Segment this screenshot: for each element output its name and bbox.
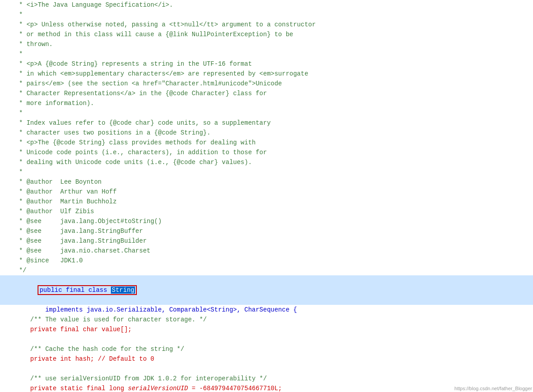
code-line-30: implements java.io.Serializable, Compara… bbox=[0, 305, 533, 315]
line-content-19: * @author Lee Boynton bbox=[13, 177, 102, 187]
code-line-38: private static final long serialVersionU… bbox=[0, 384, 533, 392]
line-num-7 bbox=[0, 59, 13, 69]
line-content-26: * @see java.nio.charset.Charset bbox=[13, 246, 150, 256]
line-num-24 bbox=[0, 226, 13, 236]
line-content-8: * in which <em>supplementary characters<… bbox=[13, 69, 308, 79]
line-content-23: * @see java.lang.Object#toString() bbox=[13, 216, 162, 226]
line-num-5 bbox=[0, 39, 13, 49]
code-line-7: * <p>A {@code String} represents a strin… bbox=[0, 59, 533, 69]
line-content-27: * @since JDK1.0 bbox=[13, 256, 83, 266]
code-line-14: * character uses two positions in a {@co… bbox=[0, 128, 533, 138]
line-content-29: public final class String bbox=[13, 275, 137, 305]
code-line-5: * thrown. bbox=[0, 39, 533, 49]
line-content-6: * bbox=[13, 49, 23, 59]
line-num-37 bbox=[0, 374, 13, 384]
line-num-22 bbox=[0, 207, 13, 216]
line-num-32 bbox=[0, 325, 13, 334]
line-num-12 bbox=[0, 108, 13, 118]
line-num-26 bbox=[0, 246, 13, 256]
line-content-35: private int hash; // Default to 0 bbox=[13, 354, 154, 364]
line-num-31 bbox=[0, 315, 13, 325]
code-line-3: * <p> Unless otherwise noted, passing a … bbox=[0, 20, 533, 30]
code-editor: * <i>The Java Language Specification</i>… bbox=[0, 0, 533, 392]
code-line-27: * @since JDK1.0 bbox=[0, 256, 533, 266]
line-content-31: /** The value is used for character stor… bbox=[13, 315, 207, 325]
line-content-38: private static final long serialVersionU… bbox=[13, 384, 282, 392]
line-num-38 bbox=[0, 384, 13, 392]
watermark: https://blog.csdn.net/father_Blogger bbox=[454, 386, 532, 391]
line-content-24: * @see java.lang.StringBuffer bbox=[13, 226, 143, 236]
line-content-7: * <p>A {@code String} represents a strin… bbox=[13, 59, 252, 69]
code-line-12: * bbox=[0, 108, 533, 118]
code-line-26: * @see java.nio.charset.Charset bbox=[0, 246, 533, 256]
line-num-17 bbox=[0, 157, 13, 167]
line-content-28: */ bbox=[13, 266, 26, 275]
code-line-25: * @see java.lang.StringBuilder bbox=[0, 236, 533, 246]
code-line-17: * dealing with Unicode code units (i.e.,… bbox=[0, 157, 533, 167]
line-content-12: * bbox=[13, 108, 23, 118]
line-content-20: * @author Arthur van Hoff bbox=[13, 187, 117, 197]
line-num-4 bbox=[0, 30, 13, 39]
code-line-33 bbox=[0, 334, 533, 344]
code-line-10: * Character Representations</a> in the {… bbox=[0, 89, 533, 98]
line-num-2 bbox=[0, 10, 13, 20]
line-num-8 bbox=[0, 69, 13, 79]
red-box-wrapper: public final class String bbox=[38, 285, 137, 295]
code-line-11: * more information). bbox=[0, 98, 533, 108]
code-line-1: * <i>The Java Language Specification</i>… bbox=[0, 0, 533, 10]
line-num-28 bbox=[0, 266, 13, 275]
line-content-15: * <p>The {@code String} class provides m… bbox=[13, 138, 256, 148]
line-content-13: * Index values refer to {@code char} cod… bbox=[13, 118, 271, 128]
line-content-1: * <i>The Java Language Specification</i>… bbox=[13, 0, 173, 10]
code-line-34: /** Cache the hash code for the string *… bbox=[0, 344, 533, 354]
line-num-10 bbox=[0, 89, 13, 98]
code-line-35: private int hash; // Default to 0 bbox=[0, 354, 533, 364]
string-highlight: String bbox=[111, 287, 135, 294]
line-num-21 bbox=[0, 197, 13, 207]
line-num-36 bbox=[0, 364, 13, 374]
line-content-3: * <p> Unless otherwise noted, passing a … bbox=[13, 20, 316, 30]
code-line-21: * @author Martin Buchholz bbox=[0, 197, 533, 207]
line-num-20 bbox=[0, 187, 13, 197]
line-content-9: * pairs</em> (see the section <a href="C… bbox=[13, 79, 282, 89]
line-num-14 bbox=[0, 128, 13, 138]
line-content-30: implements java.io.Serializable, Compara… bbox=[13, 305, 297, 315]
line-num-13 bbox=[0, 118, 13, 128]
code-line-8: * in which <em>supplementary characters<… bbox=[0, 69, 533, 79]
line-content-21: * @author Martin Buchholz bbox=[13, 197, 117, 207]
code-line-29: public final class String bbox=[0, 275, 533, 305]
code-line-9: * pairs</em> (see the section <a href="C… bbox=[0, 79, 533, 89]
line-num-1 bbox=[0, 0, 13, 10]
line-content-17: * dealing with Unicode code units (i.e.,… bbox=[13, 157, 252, 167]
line-num-33 bbox=[0, 334, 13, 344]
code-line-24: * @see java.lang.StringBuffer bbox=[0, 226, 533, 236]
line-num-3 bbox=[0, 20, 13, 30]
line-num-11 bbox=[0, 98, 13, 108]
line-content-4: * or method in this class will cause a {… bbox=[13, 30, 293, 39]
line-content-2: * bbox=[13, 10, 23, 20]
code-line-22: * @author Ulf Zibis bbox=[0, 207, 533, 216]
code-line-16: * Unicode code points (i.e., characters)… bbox=[0, 148, 533, 157]
line-content-22: * @author Ulf Zibis bbox=[13, 207, 94, 216]
line-content-16: * Unicode code points (i.e., characters)… bbox=[13, 148, 267, 157]
code-line-36 bbox=[0, 364, 533, 374]
line-num-25 bbox=[0, 236, 13, 246]
line-content-10: * Character Representations</a> in the {… bbox=[13, 89, 267, 98]
code-line-15: * <p>The {@code String} class provides m… bbox=[0, 138, 533, 148]
line-content-25: * @see java.lang.StringBuilder bbox=[13, 236, 147, 246]
line-num-19 bbox=[0, 177, 13, 187]
code-line-6: * bbox=[0, 49, 533, 59]
code-line-28: */ bbox=[0, 266, 533, 275]
line-num-9 bbox=[0, 79, 13, 89]
code-line-4: * or method in this class will cause a {… bbox=[0, 30, 533, 39]
line-content-34: /** Cache the hash code for the string *… bbox=[13, 344, 184, 354]
code-line-32: private final char value[]; bbox=[0, 325, 533, 334]
code-line-31: /** The value is used for character stor… bbox=[0, 315, 533, 325]
line-num-16 bbox=[0, 148, 13, 157]
code-line-20: * @author Arthur van Hoff bbox=[0, 187, 533, 197]
line-content-32: private final char value[]; bbox=[13, 325, 131, 334]
code-line-2: * bbox=[0, 10, 533, 20]
line-num-35 bbox=[0, 354, 13, 364]
line-num-6 bbox=[0, 49, 13, 59]
line-content-36 bbox=[13, 364, 19, 374]
